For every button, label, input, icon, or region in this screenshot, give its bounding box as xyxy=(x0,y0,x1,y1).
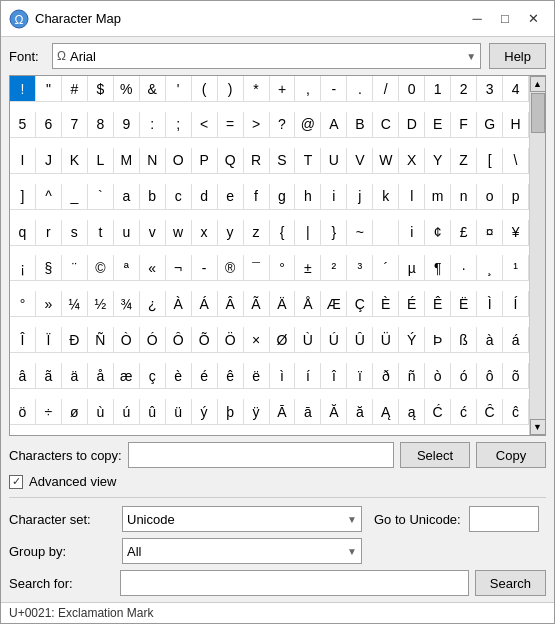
char-cell[interactable]: ¤ xyxy=(477,220,503,246)
char-cell[interactable]: Ò xyxy=(114,327,140,353)
char-cell[interactable]: l xyxy=(399,184,425,210)
char-cell[interactable]: × xyxy=(244,327,270,353)
char-cell[interactable]: Ü xyxy=(373,327,399,353)
char-cell[interactable]: M xyxy=(114,148,140,174)
char-cell[interactable]: F xyxy=(451,112,477,138)
char-cell[interactable]: c xyxy=(166,184,192,210)
char-cell[interactable]: ¶ xyxy=(425,255,451,281)
char-cell[interactable]: i xyxy=(321,184,347,210)
char-cell[interactable]: Ą xyxy=(373,399,399,425)
char-cell[interactable]: @ xyxy=(295,112,321,138)
char-cell[interactable]: Ä xyxy=(270,291,296,317)
char-cell[interactable]: , xyxy=(295,76,321,102)
char-cell[interactable]: n xyxy=(451,184,477,210)
char-cell[interactable]: ð xyxy=(373,363,399,389)
char-cell[interactable]: g xyxy=(270,184,296,210)
char-cell[interactable]: ) xyxy=(218,76,244,102)
char-cell[interactable]: b xyxy=(140,184,166,210)
char-cell[interactable]: * xyxy=(244,76,270,102)
char-cell[interactable]: Q xyxy=(218,148,244,174)
char-cell[interactable]: â xyxy=(10,363,36,389)
char-cell[interactable]: - xyxy=(321,76,347,102)
char-cell[interactable]: P xyxy=(192,148,218,174)
char-cell[interactable]: ø xyxy=(62,399,88,425)
char-cell[interactable]: ( xyxy=(192,76,218,102)
char-cell[interactable]: ½ xyxy=(88,291,114,317)
char-cell[interactable]: ¾ xyxy=(114,291,140,317)
copy-button[interactable]: Copy xyxy=(476,442,546,468)
char-cell[interactable]: ö xyxy=(10,399,36,425)
char-cell[interactable]: ç xyxy=(140,363,166,389)
char-cell[interactable]: å xyxy=(88,363,114,389)
char-cell[interactable]: 1 xyxy=(425,76,451,102)
char-cell[interactable]: Ù xyxy=(295,327,321,353)
char-cell[interactable]: ¨ xyxy=(62,255,88,281)
char-cell[interactable]: ; xyxy=(166,112,192,138)
char-cell[interactable]: T xyxy=(295,148,321,174)
char-cell[interactable]: x xyxy=(192,220,218,246)
char-cell[interactable]: 2 xyxy=(451,76,477,102)
char-cell[interactable]: î xyxy=(321,363,347,389)
char-cell[interactable]: X xyxy=(399,148,425,174)
char-cell[interactable]: = xyxy=(218,112,244,138)
char-cell[interactable]: : xyxy=(140,112,166,138)
char-cell[interactable]: ¡ xyxy=(10,255,36,281)
char-cell[interactable]: o xyxy=(477,184,503,210)
char-cell[interactable]: À xyxy=(166,291,192,317)
char-cell[interactable]: D xyxy=(399,112,425,138)
char-cell[interactable]: Þ xyxy=(425,327,451,353)
char-cell[interactable]: Ê xyxy=(425,291,451,317)
char-cell[interactable]: L xyxy=(88,148,114,174)
char-cell[interactable]: e xyxy=(218,184,244,210)
char-cell[interactable]: I xyxy=(10,148,36,174)
char-cell[interactable]: E xyxy=(425,112,451,138)
char-cell[interactable]: § xyxy=(36,255,62,281)
char-cell[interactable]: ¥ xyxy=(503,220,529,246)
char-cell[interactable]: 3 xyxy=(477,76,503,102)
char-cell[interactable]: è xyxy=(166,363,192,389)
char-cell[interactable]: ° xyxy=(10,291,36,317)
char-cell[interactable]: _ xyxy=(62,184,88,210)
char-cell[interactable]: Ô xyxy=(166,327,192,353)
charset-dropdown[interactable]: Unicode ▼ xyxy=(122,506,362,532)
groupby-dropdown[interactable]: All ▼ xyxy=(122,538,362,564)
char-cell[interactable]: $ xyxy=(88,76,114,102)
char-cell[interactable]: ¬ xyxy=(166,255,192,281)
char-cell[interactable]: Ë xyxy=(451,291,477,317)
char-cell[interactable]: - xyxy=(192,255,218,281)
scroll-track[interactable] xyxy=(530,92,546,419)
char-cell[interactable]: } xyxy=(321,220,347,246)
char-cell[interactable]: S xyxy=(270,148,296,174)
char-cell[interactable]: R xyxy=(244,148,270,174)
char-cell[interactable]: k xyxy=(373,184,399,210)
char-cell[interactable]: . xyxy=(347,76,373,102)
char-cell[interactable]: % xyxy=(114,76,140,102)
char-cell[interactable]: ° xyxy=(270,255,296,281)
char-cell[interactable]: q xyxy=(10,220,36,246)
char-cell[interactable]: ą xyxy=(399,399,425,425)
char-cell[interactable]: ^ xyxy=(36,184,62,210)
char-cell[interactable]: Â xyxy=(218,291,244,317)
advanced-view-label[interactable]: Advanced view xyxy=(29,474,116,489)
char-cell[interactable]: ô xyxy=(477,363,503,389)
char-cell[interactable]: ÷ xyxy=(36,399,62,425)
char-cell[interactable]: > xyxy=(244,112,270,138)
char-cell[interactable]: < xyxy=(192,112,218,138)
char-cell[interactable]: û xyxy=(140,399,166,425)
char-cell[interactable]: Ñ xyxy=(88,327,114,353)
help-button[interactable]: Help xyxy=(489,43,546,69)
char-cell[interactable]: Á xyxy=(192,291,218,317)
char-cell[interactable]: ò xyxy=(425,363,451,389)
font-dropdown[interactable]: Ω Arial ▼ xyxy=(52,43,481,69)
char-cell[interactable]: V xyxy=(347,148,373,174)
char-cell[interactable]: B xyxy=(347,112,373,138)
chars-copy-input[interactable] xyxy=(128,442,394,468)
char-cell[interactable]: ï xyxy=(347,363,373,389)
char-cell[interactable]: C xyxy=(373,112,399,138)
char-cell[interactable]: [ xyxy=(477,148,503,174)
char-cell[interactable]: ā xyxy=(295,399,321,425)
char-cell[interactable]: ë xyxy=(244,363,270,389)
char-cell[interactable]: © xyxy=(88,255,114,281)
maximize-button[interactable]: □ xyxy=(492,8,518,30)
search-button[interactable]: Search xyxy=(475,570,546,596)
